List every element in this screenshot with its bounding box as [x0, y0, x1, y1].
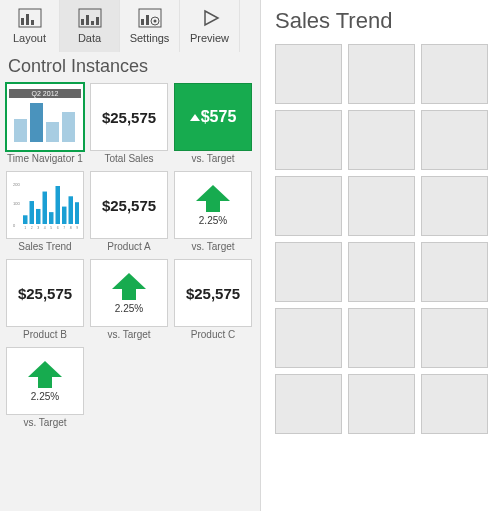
layout-canvas	[275, 44, 488, 434]
preview-icon	[198, 8, 222, 30]
settings-icon	[138, 8, 162, 30]
canvas-cell[interactable]	[421, 242, 488, 302]
triangle-up-icon	[190, 114, 200, 121]
toolbar: LayoutDataSettingsPreview	[0, 0, 260, 52]
svg-rect-26	[49, 212, 54, 224]
svg-point-13	[153, 20, 156, 23]
tile-body[interactable]: 2.25%	[6, 347, 84, 415]
data-icon	[78, 8, 102, 30]
tile-body[interactable]: Q2 2012	[6, 83, 84, 151]
svg-text:5: 5	[50, 226, 52, 230]
svg-rect-22	[36, 209, 41, 224]
time-navigator-preview: Q2 2012	[9, 89, 81, 145]
tile-sales-trend: 200100012345678910Sales Trend	[6, 171, 84, 253]
svg-rect-3	[31, 20, 34, 25]
canvas-cell[interactable]	[275, 374, 342, 434]
svg-text:4: 4	[44, 226, 46, 230]
svg-rect-11	[146, 15, 149, 25]
tile-product-c: $25,575Product C	[174, 259, 252, 341]
svg-rect-5	[81, 19, 84, 25]
tab-layout[interactable]: Layout	[0, 0, 60, 52]
tile-value: $25,575	[18, 285, 72, 302]
tile-caption: Total Sales	[105, 153, 154, 165]
tile-caption: vs. Target	[107, 329, 150, 341]
section-title: Control Instances	[0, 52, 260, 83]
tab-preview[interactable]: Preview	[180, 0, 240, 52]
tile-body[interactable]: 2.25%	[174, 171, 252, 239]
tile-body[interactable]: $25,575	[174, 259, 252, 327]
tile-caption: Sales Trend	[18, 241, 71, 253]
svg-text:7: 7	[63, 226, 65, 230]
svg-text:2: 2	[31, 226, 33, 230]
layout-icon	[18, 8, 42, 30]
tile-body[interactable]: 2.25%	[90, 259, 168, 327]
delta-value: $575	[190, 108, 237, 126]
tab-settings[interactable]: Settings	[120, 0, 180, 52]
svg-text:3: 3	[37, 226, 39, 230]
tile-caption: Product C	[191, 329, 235, 341]
tile-value: $25,575	[102, 109, 156, 126]
svg-rect-10	[141, 19, 144, 25]
canvas-cell[interactable]	[348, 110, 415, 170]
svg-rect-34	[75, 202, 79, 224]
tile-body[interactable]: $25,575	[90, 171, 168, 239]
arrow-up-icon	[196, 185, 230, 213]
svg-rect-18	[23, 215, 28, 224]
bar-chart-icon: 200100012345678910	[11, 180, 79, 230]
tab-label: Data	[78, 32, 101, 44]
canvas-cell[interactable]	[421, 308, 488, 368]
tile-percent: 2.25%	[115, 303, 143, 314]
canvas-cell[interactable]	[348, 308, 415, 368]
tile-percent: 2.25%	[31, 391, 59, 402]
tile-body[interactable]: 200100012345678910	[6, 171, 84, 239]
svg-text:200: 200	[13, 182, 20, 187]
tile-percent: 2.25%	[199, 215, 227, 226]
canvas-cell[interactable]	[421, 374, 488, 434]
svg-text:0: 0	[13, 223, 16, 228]
svg-rect-8	[96, 17, 99, 25]
tile-body[interactable]: $25,575	[6, 259, 84, 327]
tile-caption: vs. Target	[191, 153, 234, 165]
canvas-cell[interactable]	[348, 374, 415, 434]
svg-rect-28	[56, 186, 61, 224]
canvas-cell[interactable]	[275, 44, 342, 104]
tile-value: $25,575	[102, 197, 156, 214]
canvas-cell[interactable]	[348, 242, 415, 302]
svg-rect-20	[30, 201, 35, 224]
svg-marker-14	[205, 11, 218, 25]
canvas-cell[interactable]	[275, 242, 342, 302]
canvas-cell[interactable]	[421, 176, 488, 236]
preview-pane: Sales Trend	[261, 0, 502, 511]
tab-label: Settings	[130, 32, 170, 44]
svg-rect-30	[62, 207, 67, 224]
svg-rect-32	[69, 196, 74, 224]
canvas-cell[interactable]	[421, 110, 488, 170]
tile-vs-target: 2.25%vs. Target	[174, 171, 252, 253]
tile-value: $25,575	[186, 285, 240, 302]
canvas-cell[interactable]	[275, 176, 342, 236]
tile-caption: vs. Target	[23, 417, 66, 429]
tile-total-sales: $25,575Total Sales	[90, 83, 168, 165]
svg-text:6: 6	[57, 226, 59, 230]
tile-caption: Product B	[23, 329, 67, 341]
tile-body[interactable]: $25,575	[90, 83, 168, 151]
arrow-up-icon	[28, 361, 62, 389]
canvas-cell[interactable]	[275, 308, 342, 368]
tile-product-a: $25,575Product A	[90, 171, 168, 253]
canvas-cell[interactable]	[421, 44, 488, 104]
tab-label: Preview	[190, 32, 229, 44]
tile-time-navigator-1: Q2 2012Time Navigator 1	[6, 83, 84, 165]
svg-rect-24	[43, 192, 48, 224]
tile-body[interactable]: $575	[174, 83, 252, 151]
canvas-cell[interactable]	[348, 44, 415, 104]
svg-rect-1	[21, 18, 24, 25]
tab-data[interactable]: Data	[60, 0, 120, 52]
tab-label: Layout	[13, 32, 46, 44]
canvas-cell[interactable]	[348, 176, 415, 236]
tile-caption: Time Navigator 1	[7, 153, 83, 165]
preview-title: Sales Trend	[275, 8, 488, 34]
svg-text:8: 8	[70, 226, 72, 230]
canvas-cell[interactable]	[275, 110, 342, 170]
svg-text:100: 100	[13, 201, 20, 206]
svg-rect-6	[86, 15, 89, 25]
